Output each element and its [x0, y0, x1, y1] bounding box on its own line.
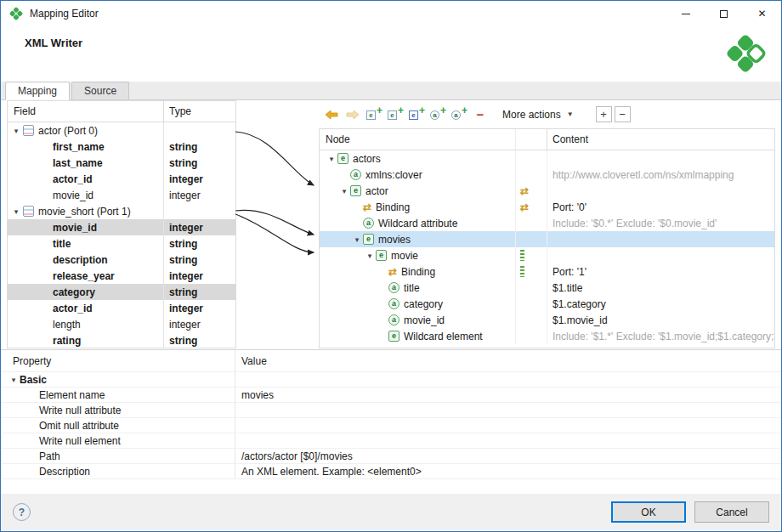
node-row[interactable]: ▾axmlns:cloverhttp://www.cloveretl.com/n…: [320, 167, 774, 183]
property-row[interactable]: DescriptionAn XML element. Example: <ele…: [1, 464, 781, 479]
node-row[interactable]: ▾⇄BindingPort: '1': [320, 263, 774, 280]
attribute-icon: a: [388, 298, 400, 309]
more-actions-button[interactable]: More actions ▼: [496, 106, 581, 123]
field-row[interactable]: first_namestring: [8, 139, 235, 155]
clover-app-icon: [8, 6, 24, 21]
attribute-icon: a: [388, 282, 400, 293]
property-row[interactable]: Element namemovies: [1, 388, 781, 403]
field-cell: last_name: [8, 155, 163, 171]
property-value: [235, 433, 781, 448]
node-row[interactable]: ▾eactors: [320, 150, 774, 167]
property-row[interactable]: Path/actors/actor [$0]/movies: [1, 449, 781, 464]
property-row[interactable]: Write null attribute: [1, 403, 781, 418]
property-rows: ▾BasicElement namemoviesWrite null attri…: [1, 372, 781, 479]
minimize-button[interactable]: [666, 1, 705, 26]
field-label: release_year: [53, 270, 115, 282]
element-glyph: e: [409, 110, 418, 120]
dialog-title: XML Writer: [25, 37, 82, 49]
node-row[interactable]: ▾⇄Binding⇄Port: '0': [320, 199, 774, 215]
unmap-field-icon[interactable]: [343, 105, 362, 124]
collapse-all-button[interactable]: −: [615, 106, 631, 122]
field-row[interactable]: lengthinteger: [8, 316, 235, 332]
chevron-down-icon[interactable]: ▾: [364, 252, 376, 260]
field-row[interactable]: actor_idinteger: [8, 300, 235, 316]
add-wildcard-attribute-icon[interactable]: a+: [450, 105, 468, 124]
node-rows: ▾eactors▾axmlns:cloverhttp://www.clovere…: [320, 150, 774, 344]
tab-mapping[interactable]: Mapping: [5, 82, 70, 100]
field-port-row[interactable]: ▾movie_short (Port 1): [8, 203, 235, 219]
property-row[interactable]: Omit null attribute: [1, 418, 781, 433]
node-content: $1.movie_id: [547, 312, 774, 328]
dialog-header: XML Writer: [1, 26, 781, 82]
add-child-element-icon[interactable]: e+: [365, 105, 383, 124]
node-status-cell: [515, 167, 547, 183]
field-label: last_name: [53, 157, 103, 169]
field-row[interactable]: descriptionstring: [8, 252, 235, 268]
node-label: Wildcard attribute: [378, 218, 457, 229]
attribute-glyph: a: [451, 110, 461, 120]
field-row[interactable]: last_namestring: [8, 155, 235, 171]
node-row[interactable]: ▾eWildcard elementInclude: '$1.*' Exclud…: [320, 328, 774, 344]
field-row[interactable]: movie_idinteger: [8, 187, 235, 203]
remove-icon[interactable]: −: [471, 105, 490, 124]
node-tree-header: Node Content: [320, 129, 774, 150]
property-label: Element name: [39, 389, 105, 401]
port-record-icon: [23, 125, 34, 136]
property-cell: Path: [1, 449, 235, 463]
chevron-down-icon[interactable]: ▾: [351, 235, 363, 244]
field-type: string: [163, 155, 235, 171]
property-value: /actors/actor [$0]/movies: [235, 449, 781, 463]
add-element-icon[interactable]: e+: [386, 105, 405, 124]
node-content: [547, 247, 774, 263]
node-row[interactable]: ▾amovie_id$1.movie_id: [320, 312, 774, 328]
attribute-icon: a: [388, 314, 400, 325]
help-button[interactable]: ?: [13, 503, 31, 521]
expand-all-button[interactable]: +: [596, 106, 612, 122]
chevron-down-icon[interactable]: ▾: [338, 187, 350, 195]
map-field-icon[interactable]: [322, 105, 341, 124]
node-cell: ▾aWildcard attribute: [320, 215, 515, 231]
cancel-button[interactable]: Cancel: [694, 501, 769, 523]
node-row[interactable]: ▾emovies: [320, 231, 774, 247]
field-row[interactable]: ratingstring: [8, 332, 235, 348]
chevron-down-icon[interactable]: ▾: [10, 127, 22, 135]
field-label: first_name: [53, 141, 105, 153]
field-cell: movie_id: [8, 187, 163, 203]
xml-structure-panel: e+ e+ e+ a+ a+ − More actions ▼ + − Node…: [319, 100, 775, 348]
field-row[interactable]: movie_idinteger: [8, 219, 235, 235]
chevron-down-icon[interactable]: ▾: [8, 376, 20, 384]
field-label: movie_short (Port 1): [38, 206, 131, 218]
close-button[interactable]: ✕: [743, 1, 781, 26]
field-row[interactable]: release_yearinteger: [8, 268, 235, 284]
field-port-row[interactable]: ▾actor (Port 0): [8, 122, 235, 139]
field-row[interactable]: actor_idinteger: [8, 171, 235, 187]
property-group-row[interactable]: ▾Basic: [1, 372, 781, 388]
field-row[interactable]: categorystring: [8, 284, 235, 300]
node-cell: ▾amovie_id: [320, 312, 515, 328]
field-row[interactable]: titlestring: [8, 235, 235, 252]
chevron-down-icon[interactable]: ▾: [326, 155, 337, 163]
node-row[interactable]: ▾emovie: [320, 247, 774, 263]
tab-source[interactable]: Source: [71, 82, 129, 99]
node-row[interactable]: ▾atitle$1.title: [320, 280, 774, 296]
chevron-down-icon: ▼: [567, 110, 574, 118]
node-label: title: [404, 282, 420, 294]
element-glyph: e: [366, 110, 376, 120]
chevron-down-icon[interactable]: ▾: [10, 207, 22, 216]
field-label: actor_id: [53, 303, 93, 314]
field-type: integer: [163, 268, 235, 284]
node-label: xmlns:clover: [366, 169, 422, 181]
node-row[interactable]: ▾acategory$1.category: [320, 296, 774, 312]
add-element-blue-icon[interactable]: e+: [407, 105, 426, 124]
add-attribute-icon[interactable]: a+: [428, 105, 447, 124]
node-label: Wildcard element: [404, 331, 483, 342]
attribute-glyph: a: [430, 110, 439, 120]
node-label: movie_id: [404, 314, 445, 326]
ok-button[interactable]: OK: [611, 501, 686, 523]
maximize-button[interactable]: [705, 1, 743, 26]
field-type: string: [163, 252, 235, 268]
property-row[interactable]: Write null element: [1, 433, 781, 449]
element-glyph: e: [388, 110, 397, 120]
node-row[interactable]: ▾aWildcard attributeInclude: '$0.*' Excl…: [320, 215, 774, 231]
node-row[interactable]: ▾eactor⇄: [320, 183, 774, 199]
